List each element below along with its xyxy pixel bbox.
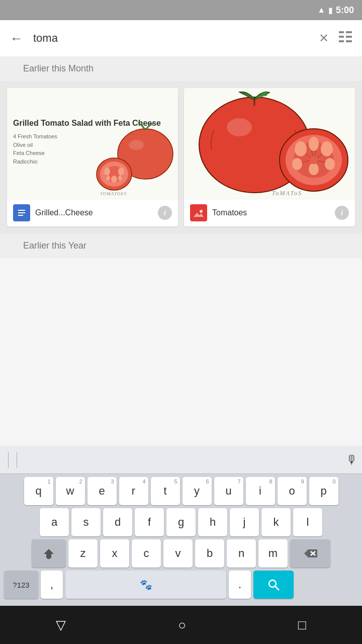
key-h[interactable]: h [198, 508, 227, 536]
cards-grid: Grilled Tomato Salad with Feta Cheese 4 … [0, 81, 362, 233]
card-image-tomatoes: ToMAToS [184, 88, 355, 199]
key-space[interactable]: 🐾 [65, 571, 226, 599]
svg-rect-38 [47, 558, 50, 559]
key-a[interactable]: a [40, 508, 69, 536]
key-row-bottom: ?123 , 🐾 . [2, 571, 360, 603]
key-backspace[interactable] [290, 539, 330, 568]
key-o[interactable]: 9o [278, 477, 307, 505]
key-row-1: 1q 2w 3e 4r 5t 6y 7u 8i 9o 0p [2, 477, 360, 505]
card-image-salad: Grilled Tomato Salad with Feta Cheese 4 … [7, 88, 178, 199]
key-g[interactable]: g [166, 508, 196, 536]
recipe-icon [13, 204, 30, 221]
clear-button[interactable]: ✕ [319, 31, 329, 45]
svg-point-36 [200, 210, 203, 213]
svg-rect-3 [346, 36, 352, 38]
nav-recent-button[interactable]: □ [298, 617, 306, 633]
svg-rect-19 [18, 215, 23, 216]
svg-rect-0 [339, 31, 344, 33]
key-q[interactable]: 1q [24, 477, 53, 505]
key-c[interactable]: c [132, 539, 161, 568]
svg-point-14 [106, 176, 110, 181]
key-l[interactable]: l [293, 508, 322, 536]
svg-point-28 [309, 137, 319, 151]
key-m[interactable]: m [258, 539, 288, 568]
svg-point-12 [118, 168, 124, 176]
key-symbols[interactable]: ?123 [4, 571, 38, 599]
key-shift[interactable] [32, 539, 66, 568]
key-d[interactable]: d [103, 508, 132, 536]
divider-2 [17, 452, 17, 468]
key-x[interactable]: x [100, 539, 129, 568]
key-p[interactable]: 0p [309, 477, 338, 505]
svg-rect-1 [346, 31, 352, 33]
svg-point-32 [310, 156, 318, 164]
tomato-illustration-small: TOMATOES [95, 119, 178, 199]
section-earlier-this-year: Earlier this Year [0, 233, 362, 258]
search-bar: ← toma ✕ [0, 20, 362, 56]
svg-rect-4 [339, 40, 344, 42]
key-z[interactable]: z [68, 539, 98, 568]
status-bar: ▲ ▮ 5:00 [0, 0, 362, 20]
key-comma[interactable]: , [41, 571, 63, 599]
info-button-grilled[interactable]: i [158, 206, 172, 220]
key-k[interactable]: k [261, 508, 291, 536]
key-y[interactable]: 6y [183, 477, 212, 505]
card-footer-grilled: Grilled...Cheese i [7, 199, 178, 226]
svg-point-11 [104, 168, 110, 176]
paw-icon: 🐾 [140, 579, 152, 591]
card-label-tomatoes: Tomatoes [212, 208, 330, 217]
svg-text:TOMATOES: TOMATOES [100, 191, 127, 196]
keyboard-suggestions: 🎙 [0, 446, 362, 474]
svg-point-26 [295, 141, 307, 156]
key-t[interactable]: 5t [151, 477, 180, 505]
key-row-2: a s d f g h j k l [2, 508, 360, 536]
svg-point-27 [321, 141, 333, 156]
grid-view-button[interactable] [339, 31, 352, 45]
key-r[interactable]: 4r [119, 477, 148, 505]
mic-button[interactable]: 🎙 [346, 453, 358, 467]
nav-home-button[interactable]: ○ [178, 617, 186, 633]
card-ingredients: 4 Fresh TomatoesOlive oilFeta CheeseRadi… [13, 132, 57, 166]
card-grilled-tomato[interactable]: Grilled Tomato Salad with Feta Cheese 4 … [7, 88, 178, 226]
keyboard-rows: 1q 2w 3e 4r 5t 6y 7u 8i 9o 0p a s d f g … [0, 474, 362, 606]
wifi-icon: ▲ [317, 6, 325, 15]
svg-point-15 [118, 176, 122, 181]
key-j[interactable]: j [230, 508, 259, 536]
status-time: 5:00 [336, 5, 354, 16]
key-b[interactable]: b [195, 539, 224, 568]
key-search[interactable] [253, 571, 294, 599]
card-label-grilled: Grilled...Cheese [35, 208, 153, 217]
svg-text:ToMAToS: ToMAToS [272, 190, 302, 197]
status-icons: ▲ ▮ 5:00 [317, 5, 354, 16]
info-button-tomatoes[interactable]: i [335, 206, 349, 220]
svg-rect-5 [346, 40, 352, 42]
svg-marker-37 [44, 549, 54, 558]
svg-rect-2 [339, 36, 344, 38]
card-tomatoes[interactable]: ToMAToS Tomatoes i [184, 88, 355, 226]
key-i[interactable]: 8i [246, 477, 275, 505]
key-s[interactable]: s [71, 508, 101, 536]
svg-point-30 [325, 158, 335, 170]
svg-line-42 [275, 586, 279, 590]
key-v[interactable]: v [163, 539, 193, 568]
svg-point-31 [309, 163, 319, 175]
nav-bar: ▽ ○ □ [0, 606, 362, 644]
svg-point-7 [129, 140, 144, 150]
key-period[interactable]: . [229, 571, 251, 599]
search-input[interactable]: toma [33, 32, 309, 45]
key-w[interactable]: 2w [56, 477, 85, 505]
svg-rect-17 [18, 210, 25, 211]
battery-icon: ▮ [328, 6, 333, 15]
key-row-3: z x c v b n m [2, 539, 360, 568]
key-f[interactable]: f [135, 508, 164, 536]
key-u[interactable]: 7u [214, 477, 243, 505]
back-button[interactable]: ← [10, 32, 23, 45]
keyboard: 🎙 1q 2w 3e 4r 5t 6y 7u 8i 9o 0p a s d f … [0, 446, 362, 606]
svg-point-41 [269, 580, 276, 587]
svg-point-13 [111, 176, 117, 183]
divider-1 [8, 452, 9, 468]
key-e[interactable]: 3e [87, 477, 117, 505]
svg-point-29 [292, 158, 302, 170]
key-n[interactable]: n [227, 539, 256, 568]
nav-back-button[interactable]: ▽ [56, 617, 66, 633]
